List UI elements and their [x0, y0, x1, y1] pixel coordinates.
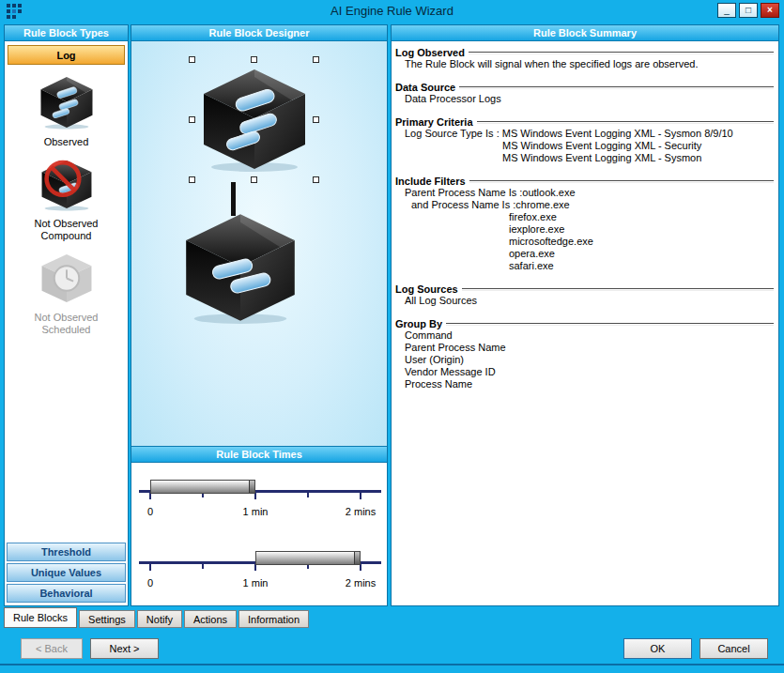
tab-actions[interactable]: Actions [184, 610, 237, 628]
selection-handle[interactable] [189, 116, 195, 123]
summary-line: MS Windows Event Logging XML - Sysmon [395, 152, 774, 164]
summary-section: Primary CriteriaLog Source Type Is : MS … [395, 116, 774, 164]
summary-section-title: Include Filters [395, 176, 466, 187]
rule-block-types-panel: Rule Block Types Log Observed [4, 24, 129, 606]
minimize-button[interactable]: _ [717, 3, 736, 18]
title-bar[interactable]: AI Engine Rule Wizard _ □ × [0, 0, 784, 21]
unique-values-button[interactable]: Unique Values [7, 563, 126, 582]
summary-line: Vendor Message ID [395, 366, 774, 378]
summary-line: Data Processor Logs [395, 93, 774, 105]
type-label-not-observed-scheduled: Not Observed Scheduled [23, 312, 110, 336]
rule-block-times-area: 01 min2 mins 01 min2 mins [131, 463, 387, 605]
type-item-observed[interactable]: Observed [5, 75, 128, 148]
selection-handle[interactable] [189, 176, 195, 183]
selection-handle[interactable] [313, 56, 319, 63]
observed-cube-icon [38, 75, 96, 130]
rule-block-summary-header: Rule Block Summary [392, 25, 778, 41]
summary-section-heading: Include Filters [395, 176, 774, 187]
summary-line: User (Origin) [395, 354, 774, 366]
summary-section: Include FiltersParent Process Name Is :o… [395, 176, 774, 272]
summary-sections: Log ObservedThe Rule Block will signal w… [392, 41, 778, 605]
summary-line: Parent Process Name [395, 342, 774, 354]
slider-handle[interactable] [249, 481, 254, 493]
ok-button[interactable]: OK [623, 638, 692, 659]
summary-section-rule [446, 323, 774, 326]
log-type-button[interactable]: Log [8, 45, 125, 65]
summary-line: iexplore.exe [395, 223, 774, 236]
summary-line: Command [395, 329, 774, 342]
summary-section-title: Log Sources [395, 283, 458, 295]
slider-tick-label: 2 mins [346, 577, 376, 589]
summary-section-title: Primary Criteria [395, 116, 473, 128]
summary-line: All Log Sources [395, 295, 774, 307]
summary-line: safari.exe [395, 260, 774, 272]
slider-range-bar[interactable] [255, 551, 361, 565]
rule-block-cube-top[interactable] [198, 66, 311, 173]
slider-tick-label: 0 [147, 506, 153, 517]
rule-block-cube-bottom[interactable] [175, 210, 306, 325]
tab-rule-blocks[interactable]: Rule Blocks [4, 607, 77, 628]
next-button[interactable]: Next > [90, 638, 159, 659]
rule-block-designer-panel: Rule Block Designer [131, 24, 388, 606]
summary-line: Log Source Type Is : MS Windows Event Lo… [395, 128, 774, 140]
tab-notify[interactable]: Notify [137, 610, 182, 628]
summary-section: Group ByCommandParent Process NameUser (… [395, 318, 774, 390]
cancel-button[interactable]: Cancel [699, 638, 768, 659]
summary-section-rule [477, 121, 774, 124]
tab-information[interactable]: Information [238, 610, 309, 628]
slider-tick-label: 2 mins [346, 506, 376, 517]
type-category-buttons: Threshold Unique Values Behavioral [5, 542, 128, 605]
time-slider: 01 min2 mins [131, 465, 387, 534]
summary-line: Parent Process Name Is :outlook.exe [395, 187, 774, 199]
summary-section-title: Data Source [395, 82, 455, 93]
tab-settings[interactable]: Settings [79, 610, 135, 628]
slider-tick [202, 562, 204, 569]
selection-handle[interactable] [313, 176, 319, 183]
maximize-button[interactable]: □ [739, 3, 758, 18]
summary-section-heading: Primary Criteria [395, 116, 774, 128]
selection-handle[interactable] [251, 176, 257, 183]
selection-handle[interactable] [251, 56, 257, 63]
rule-block-designer-header: Rule Block Designer [131, 25, 387, 41]
tab-bar: Rule BlocksSettingsNotifyActionsInformat… [4, 607, 311, 628]
slider-tick [360, 490, 361, 499]
summary-line: Process Name [395, 378, 774, 390]
summary-section-title: Log Observed [395, 47, 465, 58]
type-item-not-observed-scheduled[interactable]: Not Observed Scheduled [5, 251, 128, 336]
behavioral-button[interactable]: Behavioral [7, 584, 126, 603]
summary-section: Data SourceData Processor Logs [395, 82, 774, 105]
summary-section-rule [469, 52, 774, 54]
window-title: AI Engine Rule Wizard [0, 4, 784, 18]
type-label-observed: Observed [23, 136, 110, 148]
type-label-not-observed-compound: Not Observed Compound [23, 218, 110, 242]
summary-section-heading: Log Observed [395, 47, 774, 58]
summary-section-heading: Log Sources [395, 283, 774, 295]
not-observed-compound-icon [38, 157, 96, 211]
threshold-button[interactable]: Threshold [7, 543, 126, 561]
rule-block-times-header: Rule Block Times [131, 447, 387, 463]
summary-line: opera.exe [395, 248, 774, 260]
slider-range-bar[interactable] [150, 480, 255, 494]
slider-handle[interactable] [354, 552, 360, 564]
designer-canvas[interactable] [131, 41, 387, 447]
rule-block-summary-panel: Rule Block Summary Log ObservedThe Rule … [391, 24, 779, 606]
rule-block-types-header: Rule Block Types [5, 25, 128, 41]
window-bottom-edge [0, 664, 784, 665]
slider-tick-label: 0 [147, 577, 153, 589]
slider-tick-label: 1 min [243, 506, 269, 517]
type-item-not-observed-compound[interactable]: Not Observed Compound [5, 157, 128, 242]
summary-section-heading: Group By [395, 318, 774, 329]
slider-tick [149, 561, 151, 571]
summary-section-heading: Data Source [395, 82, 774, 93]
summary-line: and Process Name Is :chrome.exe [395, 199, 774, 211]
time-slider: 01 min2 mins [131, 536, 387, 605]
summary-line: microsoftedge.exe [395, 236, 774, 248]
summary-section-title: Group By [395, 318, 442, 329]
summary-section: Log ObservedThe Rule Block will signal w… [395, 47, 774, 70]
selection-handle[interactable] [189, 56, 195, 63]
close-button[interactable]: × [761, 3, 779, 18]
window-controls: _ □ × [717, 3, 779, 18]
summary-line: firefox.exe [395, 211, 774, 223]
selection-handle[interactable] [313, 116, 319, 123]
back-button[interactable]: < Back [21, 638, 83, 659]
